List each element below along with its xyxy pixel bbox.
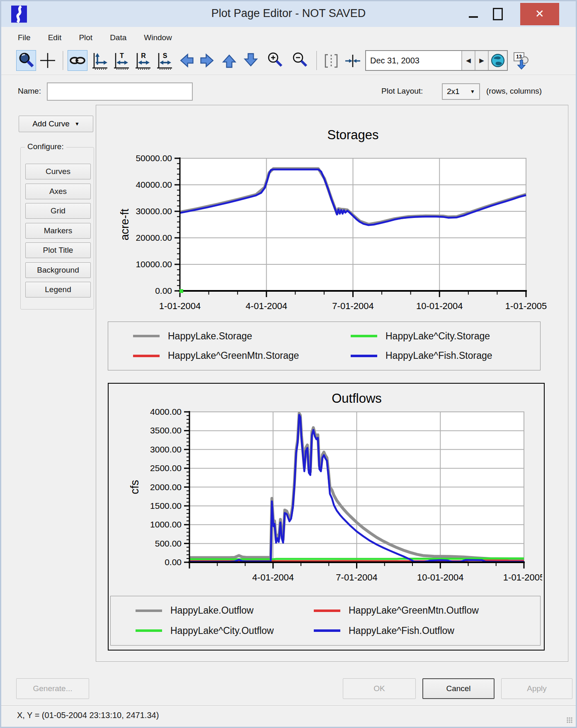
outflows-plot-container[interactable]: 0.00500.001000.001500.002000.002500.0030… [108, 383, 545, 651]
plot-page-editor-window: Plot Page Editor - NOT SAVED ✕ File Edit… [0, 0, 577, 728]
configure-legend-button[interactable]: Legend [25, 282, 91, 297]
name-input[interactable] [47, 82, 193, 101]
plot-layout-label: Plot Layout: [381, 87, 423, 96]
center-date-button[interactable] [343, 50, 363, 71]
date-step-back-button[interactable]: ◀ [461, 51, 475, 70]
legend-entry: HappyLake^City.Outflow [111, 625, 314, 636]
date-spinbox: Dec 31, 2003 ◀ ▶ [365, 50, 508, 71]
svg-text:T: T [120, 52, 124, 59]
r-axis-button[interactable]: R [132, 50, 152, 71]
svg-text:30000.00: 30000.00 [136, 206, 172, 216]
svg-text:Outflows: Outflows [332, 391, 382, 406]
configure-markers-button[interactable]: Markers [25, 223, 91, 239]
axes-r-icon: R [133, 51, 151, 70]
svg-text:2000.00: 2000.00 [150, 482, 182, 492]
storages-chart[interactable]: 0.0010000.0020000.0030000.0040000.005000… [101, 114, 556, 317]
chevron-down-icon: ▼ [470, 89, 475, 94]
page-up-button[interactable] [219, 50, 239, 71]
ok-button[interactable]: OK [343, 678, 416, 699]
generate-button[interactable]: Generate... [16, 678, 89, 699]
page-down-icon [242, 51, 260, 70]
legend-entry: HappyLake^GreenMtn.Outflow [314, 605, 479, 616]
series-label: HappyLake^City.Outflow [170, 625, 274, 636]
svg-text:10-01-2004: 10-01-2004 [417, 572, 464, 583]
toolbar-separator [316, 51, 317, 70]
series-label: HappyLake^GreenMtn.Storage [168, 350, 299, 361]
crosshair-icon [39, 51, 57, 70]
menu-data[interactable]: Data [110, 33, 126, 42]
svg-text:1500.00: 1500.00 [150, 501, 182, 510]
globe-button[interactable] [488, 51, 507, 70]
legend-entry: HappyLake.Storage [108, 331, 351, 342]
zoom-out-button[interactable] [290, 50, 310, 71]
title-bar[interactable]: Plot Page Editor - NOT SAVED ✕ [1, 1, 576, 27]
menu-file[interactable]: File [18, 33, 31, 42]
menu-window[interactable]: Window [144, 33, 172, 42]
menu-plot[interactable]: Plot [79, 33, 92, 42]
menu-edit[interactable]: Edit [48, 33, 62, 42]
configure-plot-title-button[interactable]: Plot Title [25, 242, 91, 258]
page-left-button[interactable] [176, 50, 196, 71]
apply-button[interactable]: Apply [501, 678, 572, 699]
name-label: Name: [18, 87, 41, 96]
svg-text:3000.00: 3000.00 [150, 445, 182, 454]
series-label: HappyLake^Fish.Storage [385, 350, 492, 361]
close-icon[interactable]: ✕ [520, 3, 559, 25]
outflows-chart[interactable]: 0.00500.001000.001500.002000.002500.0030… [109, 386, 542, 593]
menu-bar: File Edit Plot Data Window [1, 29, 576, 47]
page-up-icon [220, 51, 238, 70]
series-swatch [314, 629, 340, 632]
date-input[interactable]: Dec 31, 2003 [366, 51, 461, 70]
minimize-icon[interactable] [469, 16, 478, 18]
zoom-in-icon [266, 51, 284, 70]
axes-default-icon [90, 51, 108, 70]
plot-layout-select[interactable]: 2x1 ▼ [442, 83, 480, 100]
configure-grid-button[interactable]: Grid [25, 203, 91, 219]
zoom-out-icon [291, 51, 309, 70]
cancel-button[interactable]: Cancel [422, 678, 495, 699]
configure-curves-button[interactable]: Curves [25, 164, 91, 179]
page-right-button[interactable] [198, 50, 218, 71]
s-axis-button[interactable]: S [154, 50, 174, 71]
zoom-tool-button[interactable] [16, 50, 36, 71]
plot-layout-value: 2x1 [447, 87, 460, 96]
add-curve-button[interactable]: Add Curve ▼ [19, 116, 93, 132]
series-label: HappyLake.Outflow [170, 605, 254, 616]
status-bar: X, Y = (01-05-2004 23:13:10, 2471.34) [1, 705, 576, 726]
configure-axes-button[interactable]: Axes [25, 184, 91, 199]
svg-text:1-01-2004: 1-01-2004 [159, 301, 201, 311]
outflows-legend: HappyLake.Outflow HappyLake^GreenMtn.Out… [110, 596, 541, 646]
link-axes-button[interactable] [68, 50, 87, 71]
default-axes-button[interactable] [89, 50, 109, 71]
zoom-in-button[interactable] [265, 50, 285, 71]
page-down-button[interactable] [241, 50, 261, 71]
maximize-icon[interactable] [493, 8, 503, 20]
svg-text:10000.00: 10000.00 [136, 259, 172, 269]
series-swatch [314, 609, 340, 612]
series-swatch [136, 629, 162, 632]
series-label: HappyLake^Fish.Outflow [349, 625, 454, 636]
series-swatch [133, 355, 160, 357]
marquee-zoom-button[interactable] [321, 50, 341, 71]
zoom-tool-icon [17, 51, 35, 70]
svg-text:7-01-2004: 7-01-2004 [332, 301, 373, 311]
svg-text:4-01-2004: 4-01-2004 [252, 572, 294, 583]
resize-grip-icon[interactable] [567, 717, 572, 723]
svg-text:10-01-2004: 10-01-2004 [416, 301, 463, 311]
chevron-down-icon: ▼ [75, 121, 80, 127]
configure-label: Configure: [25, 142, 66, 151]
date-step-forward-button[interactable]: ▶ [475, 51, 488, 70]
set-run-date-button[interactable]: 13 [510, 50, 530, 71]
legend-entry: HappyLake^GreenMtn.Storage [108, 350, 351, 361]
crosshair-tool-button[interactable] [38, 50, 58, 71]
add-curve-label: Add Curve [32, 119, 70, 128]
configure-background-button[interactable]: Background [25, 262, 91, 278]
toolbar-separator [63, 51, 63, 70]
page-left-icon [177, 51, 195, 70]
svg-text:1-01-2005: 1-01-2005 [503, 572, 542, 583]
t-axis-button[interactable]: T [111, 50, 131, 71]
svg-text:Storages: Storages [327, 128, 378, 142]
plot-layout-suffix: (rows, columns) [486, 87, 542, 96]
svg-text:cfs: cfs [128, 480, 141, 494]
axes-t-icon: T [112, 51, 130, 70]
